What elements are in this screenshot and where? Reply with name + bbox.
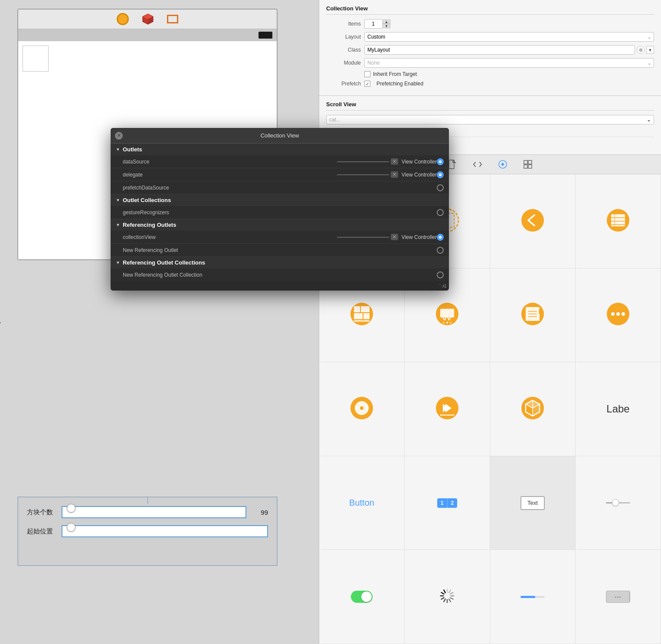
ref-outlet-collections-title: Referencing Outlet Collections	[123, 259, 205, 266]
svg-point-31	[450, 322, 452, 324]
stepper-up[interactable]: ▲	[383, 20, 390, 24]
connection-x-icon-2: ✕	[391, 171, 398, 178]
stepper-minus: ···	[606, 591, 630, 602]
svg-point-5	[501, 163, 504, 166]
chevron-down-icon: ⌄	[648, 35, 651, 39]
tab-grid[interactable]	[522, 158, 534, 170]
slider-thumb-2[interactable]	[67, 523, 75, 532]
items-stepper[interactable]: ▲ ▼	[383, 20, 390, 28]
class-row: Class MyLayout ⚙ ▼	[326, 45, 654, 55]
inspector-title: Collection View	[326, 5, 654, 15]
outlet-prefetch-row[interactable]: prefetchDataSource	[111, 181, 449, 194]
switch-thumb-preview	[361, 592, 372, 602]
module-value: None	[367, 60, 380, 66]
lib-item-more[interactable]	[576, 268, 661, 363]
radio-filled-3[interactable]	[437, 234, 444, 241]
lib-item-av-player[interactable]	[319, 362, 405, 456]
bottom-slider-ui: 方块个数 99 起始位置	[17, 497, 278, 566]
outlet-gesture-label: gestureRecognizers	[123, 209, 437, 216]
lib-item-back-button[interactable]	[490, 174, 576, 268]
stepper-down[interactable]: ▼	[383, 24, 390, 28]
new-ref-outlet-row[interactable]: New Referencing Outlet	[111, 244, 449, 257]
outlet-gesture-row[interactable]: gestureRecognizers	[111, 206, 449, 219]
lib-item-segmented-control[interactable]: 1 2	[405, 456, 490, 550]
progress-preview	[520, 596, 545, 598]
content-box	[23, 46, 49, 72]
layout-label: Layout	[326, 34, 361, 40]
class-settings-icon[interactable]: ⚙	[637, 46, 645, 54]
lib-item-slider[interactable]	[576, 456, 661, 550]
lib-item-button[interactable]: Button	[319, 456, 405, 550]
outlet-delegate-connection: ✕ View Controller	[337, 171, 437, 178]
slider-input-1[interactable]	[62, 506, 246, 518]
radio-empty-2[interactable]	[437, 209, 444, 216]
slider-row-2: 起始位置	[27, 525, 268, 537]
svg-line-66	[450, 598, 453, 599]
scroll-select[interactable]: cat... ⌄	[326, 115, 654, 124]
svg-point-30	[446, 322, 448, 324]
lib-item-switch[interactable]	[319, 550, 405, 644]
new-ref-collection-row[interactable]: New Referencing Outlet Collection	[111, 268, 449, 281]
seg-1: 1	[437, 498, 448, 508]
referencing-outlets-title: Referencing Outlets	[123, 222, 177, 228]
scroll-value: cat...	[329, 117, 340, 123]
layout-select[interactable]: Custom ⌄	[364, 32, 654, 42]
radio-filled[interactable]	[437, 158, 444, 165]
class-dropdown-icon[interactable]: ▼	[646, 46, 654, 54]
connection-line-2	[337, 174, 389, 175]
svg-rect-22	[354, 306, 360, 312]
connection-x-icon-3: ✕	[391, 234, 398, 240]
scroll-view-title: Scroll View	[326, 101, 654, 111]
connection-target-3: View Controller	[402, 234, 437, 240]
popup-close-button[interactable]: ✕	[115, 132, 123, 140]
svg-rect-23	[361, 306, 370, 312]
lib-item-stepper-control[interactable]: ···	[576, 550, 661, 644]
items-input-group: 1 ▲ ▼	[364, 19, 390, 29]
lib-item-cube-3d[interactable]	[490, 362, 576, 456]
navigation-arrow: ›	[0, 316, 1, 328]
prefetch-checkbox[interactable]: ✓	[364, 81, 370, 87]
svg-line-63	[449, 590, 450, 593]
lib-item-activity[interactable]	[405, 550, 490, 644]
outlet-delegate-row[interactable]: delegate ✕ View Controller	[111, 168, 449, 181]
svg-rect-24	[354, 313, 363, 319]
radio-filled-2[interactable]	[437, 171, 444, 178]
connection-target: View Controller	[402, 159, 437, 165]
svg-point-39	[611, 312, 615, 316]
slider-thumb-1[interactable]	[67, 504, 75, 513]
lib-item-progress[interactable]	[490, 550, 576, 644]
class-input[interactable]: MyLayout	[364, 45, 635, 55]
items-row: Items 1 ▲ ▼	[326, 19, 654, 29]
ref-outlet-collections-header: ▼ Referencing Outlet Collections	[111, 257, 449, 268]
lib-item-label[interactable]: Labe	[576, 362, 661, 456]
ref-collectionview-row[interactable]: collectionView ✕ View Controller	[111, 231, 449, 244]
lib-item-text-field[interactable]: Text	[490, 456, 576, 550]
radio-empty-4[interactable]	[437, 271, 444, 278]
module-select[interactable]: None ⌄	[364, 58, 654, 68]
items-label: Items	[326, 21, 361, 27]
lib-item-table-view[interactable]	[576, 174, 661, 268]
progress-fill	[520, 596, 535, 598]
outlet-collections-title: Outlet Collections	[123, 197, 171, 203]
module-label: Module	[326, 60, 361, 66]
radio-empty[interactable]	[437, 184, 444, 191]
svg-line-64	[450, 592, 453, 594]
triangle-icon: ▼	[116, 147, 120, 152]
circle-icon	[117, 13, 129, 25]
close-icon: ✕	[117, 133, 121, 138]
items-input[interactable]: 1	[364, 19, 382, 29]
radio-empty-3[interactable]	[437, 247, 444, 254]
svg-rect-7	[528, 160, 532, 164]
slider-input-2[interactable]	[62, 525, 268, 537]
svg-line-69	[444, 599, 445, 602]
popup-footer: ⋱ 1 ∧	[111, 281, 449, 291]
label-text: Labe	[606, 403, 629, 415]
inherit-row: Inherit From Target	[364, 71, 654, 77]
tab-code[interactable]	[471, 158, 484, 170]
inherit-checkbox[interactable]	[364, 71, 370, 77]
stepper-preview: ···	[606, 591, 630, 603]
lib-item-scroll-view[interactable]	[490, 268, 576, 363]
tab-object[interactable]	[497, 158, 509, 170]
outlet-datasource-row[interactable]: dataSource ✕ View Controller	[111, 155, 449, 168]
lib-item-media-player[interactable]	[405, 362, 490, 456]
